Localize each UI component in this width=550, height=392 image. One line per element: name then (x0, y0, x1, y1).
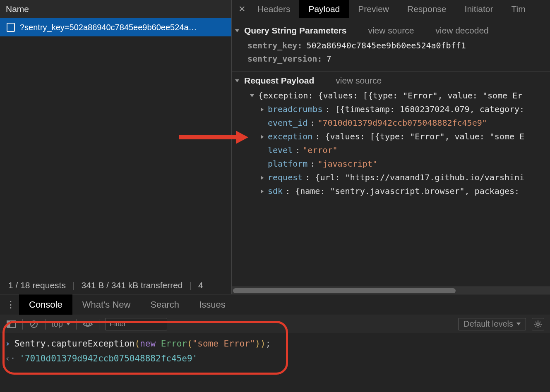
context-label: top (51, 319, 63, 329)
script-file-icon (7, 23, 15, 32)
json-punc: : (295, 143, 300, 157)
levels-label: Default levels (464, 319, 513, 329)
json-key: breadcrumbs (268, 103, 322, 116)
svg-line-11 (540, 326, 540, 327)
disclosure-triangle-icon (261, 189, 264, 194)
view-source-link[interactable]: view source (368, 26, 414, 36)
view-source-link[interactable]: view source (336, 76, 382, 86)
disclosure-triangle-icon (261, 108, 264, 112)
param-key: sentry_key: (247, 41, 302, 50)
param-value: 7 (327, 54, 331, 64)
tab-headers[interactable]: Headers (248, 0, 299, 18)
query-param-row: sentry_key: 502a86940c7845ee9b60ee524a0f… (247, 39, 550, 52)
drawer-tabs: ⋮ Console What's New Search Issues (0, 294, 550, 315)
live-expression-icon[interactable] (82, 319, 93, 330)
disclosure-triangle-icon (250, 94, 254, 97)
payload-json-tree: {exception: {values: [{type: "Error", va… (232, 89, 550, 202)
tab-console[interactable]: Console (19, 294, 72, 315)
chevron-down-icon (516, 323, 521, 325)
json-string: "7010d01379d942ccb075048882fc45e9" (317, 116, 487, 130)
json-key: level (268, 143, 293, 157)
json-preview: : {values: [{type: "Error", value: "some… (315, 130, 524, 143)
detail-tabs: ✕ Headers Payload Preview Response Initi… (232, 0, 550, 18)
disclosure-triangle-icon (261, 176, 264, 180)
tab-payload[interactable]: Payload (299, 0, 349, 18)
json-string: "error" (303, 143, 337, 157)
console-filter-input[interactable]: Filter (105, 318, 167, 330)
tab-initiator[interactable]: Initiator (456, 0, 502, 18)
section-title: Query String Parameters (244, 26, 346, 36)
json-field-row[interactable]: exception: {values: [{type: "Error", val… (243, 130, 550, 143)
svg-point-5 (537, 323, 539, 325)
sidebar-toggle-icon[interactable] (6, 319, 17, 330)
json-key: exception (268, 130, 312, 143)
json-string: "javascript" (317, 157, 377, 171)
status-extra: 4 (198, 280, 203, 290)
horizontal-scrollbar[interactable] (232, 287, 550, 294)
disclosure-triangle-icon (235, 79, 239, 82)
view-decoded-link[interactable]: view decoded (435, 26, 488, 36)
json-key: request (268, 171, 303, 184)
svg-point-4 (86, 323, 89, 326)
json-preview: : {url: "https://vanand17.github.io/vars… (305, 171, 524, 184)
separator (45, 319, 46, 330)
tab-preview[interactable]: Preview (349, 0, 398, 18)
param-key: sentry_version: (247, 54, 322, 64)
separator: | (72, 280, 74, 290)
context-selector[interactable]: top (51, 319, 70, 329)
console-output-value: '7010d01379d942ccb075048882fc45e9' (19, 351, 197, 366)
separator (99, 319, 99, 330)
column-header-name[interactable]: Name (0, 0, 231, 18)
json-field-row[interactable]: event_id: "7010d01379d942ccb075048882fc4… (243, 116, 550, 130)
svg-rect-1 (7, 321, 10, 327)
section-title: Request Payload (244, 76, 314, 86)
json-field-row[interactable]: level: "error" (243, 143, 550, 157)
section-request-payload[interactable]: Request Payload view source (232, 72, 550, 89)
tab-timing[interactable]: Tim (502, 0, 534, 18)
more-tabs-icon[interactable]: ⋮ (2, 294, 19, 315)
json-root-text: {exception: {values: [{type: "Error", va… (258, 89, 522, 103)
console-input-line: › Sentry.captureException(new Error("som… (5, 337, 545, 351)
tab-issues[interactable]: Issues (189, 294, 235, 315)
console-settings-icon[interactable] (532, 318, 544, 330)
console-toolbar: top Filter Default levels (0, 315, 550, 333)
json-field-row[interactable]: breadcrumbs: [{timestamp: 1680237024.079… (243, 103, 550, 116)
clear-console-icon[interactable] (29, 319, 39, 330)
json-field-row[interactable]: sdk: {name: "sentry.javascript.browser",… (243, 184, 550, 198)
query-param-row: sentry_version: 7 (247, 52, 550, 65)
tab-response[interactable]: Response (398, 0, 456, 18)
section-query-params[interactable]: Query String Parameters view source view… (232, 22, 550, 39)
svg-line-10 (536, 322, 536, 323)
tab-whats-new[interactable]: What's New (72, 294, 141, 315)
json-field-row[interactable]: platform: "javascript" (243, 157, 550, 171)
svg-line-12 (536, 326, 536, 327)
svg-line-13 (540, 322, 540, 323)
json-key: event_id (268, 116, 307, 130)
json-punc: : (310, 116, 315, 130)
prompt-input-icon: › (5, 337, 10, 351)
separator (76, 319, 77, 330)
network-status-bar: 1 / 18 requests | 341 B / 341 kB transfe… (0, 276, 231, 294)
json-punc: : (310, 157, 315, 171)
separator (22, 319, 23, 330)
log-levels-selector[interactable]: Default levels (458, 318, 526, 330)
disclosure-triangle-icon (235, 29, 239, 32)
json-preview: : [{timestamp: 1680237024.079, category: (325, 103, 524, 116)
transferred-size: 341 B / 341 kB transferred (81, 280, 183, 290)
tab-search[interactable]: Search (140, 294, 189, 315)
requests-count: 1 / 18 requests (8, 280, 66, 290)
json-key: sdk (268, 184, 283, 198)
separator: | (190, 280, 192, 290)
scrollbar-thumb[interactable] (233, 288, 456, 293)
json-key: platform (268, 157, 307, 171)
console-output-line: ‹· '7010d01379d942ccb075048882fc45e9' (5, 351, 545, 366)
json-preview: : {name: "sentry.javascript.browser", pa… (285, 184, 519, 198)
json-field-row[interactable]: request: {url: "https://vanand17.github.… (243, 171, 550, 184)
network-request-row-selected[interactable]: ?sentry_key=502a86940c7845ee9b60ee524a… (0, 18, 231, 36)
prompt-output-icon: ‹· (5, 351, 15, 366)
console-body[interactable]: › Sentry.captureException(new Error("som… (0, 333, 550, 392)
svg-line-3 (31, 322, 36, 327)
close-icon[interactable]: ✕ (236, 0, 248, 18)
json-root[interactable]: {exception: {values: [{type: "Error", va… (243, 89, 550, 103)
console-input-code: Sentry.captureException(new Error("some … (14, 337, 271, 351)
